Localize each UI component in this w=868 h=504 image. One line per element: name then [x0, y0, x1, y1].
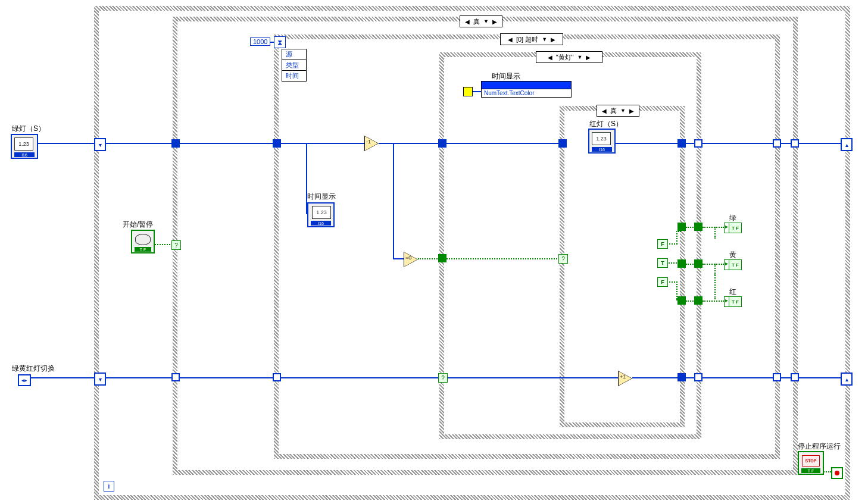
- bool-const-F1: F: [657, 239, 668, 249]
- event-data-row-source: 源: [282, 49, 306, 60]
- tunnel-event-top-l: [273, 139, 281, 148]
- event-selector[interactable]: ◀[0] 超时▼▶: [500, 33, 563, 45]
- equal-zero-text: =0: [405, 255, 411, 261]
- tunnel-outer-bot-r: [791, 373, 799, 381]
- iteration-terminal: i: [104, 481, 114, 492]
- tunnel-inner-bot-r: [677, 373, 686, 381]
- indicator-green[interactable]: T F: [724, 223, 742, 233]
- tunnel-string-bool-1: [694, 223, 702, 231]
- tunnel-string-top-r: [694, 139, 702, 148]
- tunnel-string-bool-2: [694, 259, 702, 268]
- tunnel-event-bot-l: [273, 373, 281, 381]
- label-yellow-ind: 黄: [729, 250, 736, 260]
- selector-terminal-string: ?: [438, 373, 448, 383]
- case-outer-selector-text: 真: [473, 17, 480, 26]
- tunnel-outer-top-r: [791, 139, 799, 148]
- shift-reg-bot-right: ▴: [841, 372, 853, 386]
- selector-terminal-outer: ?: [171, 240, 181, 250]
- tunnel-event-bot-r: [773, 373, 781, 381]
- case-string-selector-text: "黄灯": [556, 53, 574, 62]
- label-time-display: 时间显示: [307, 192, 336, 202]
- label-switch: 绿黄红灯切换: [12, 364, 55, 374]
- event-data-node: 源 类型 时间: [282, 49, 307, 82]
- case-inner-selector[interactable]: ◀真▼▶: [597, 105, 639, 117]
- case-outer-selector[interactable]: ◀真▼▶: [460, 15, 502, 27]
- label-stop: 停止程序运行: [798, 442, 841, 452]
- constant-1000: 1000: [250, 37, 270, 46]
- bool-const-T: T: [657, 258, 668, 268]
- indicator-yellow[interactable]: T F: [724, 259, 742, 270]
- control-switch-terminal[interactable]: ◂▸: [18, 374, 31, 386]
- label-green-ind: 绿: [729, 213, 736, 223]
- bool-const-F2: F: [657, 277, 668, 287]
- shift-reg-top-left: ▾: [94, 138, 106, 151]
- label-red-ind: 红: [729, 287, 736, 297]
- property-numtext-textcolor: NumText.TextColor: [482, 89, 571, 97]
- tunnel-inner-bool-3: [677, 296, 686, 305]
- tunnel-inner-top-r: [677, 139, 686, 148]
- decrement-text: -1: [366, 139, 371, 145]
- control-green-s[interactable]: 1.23 I16: [11, 134, 38, 159]
- event-selector-text: [0] 超时: [516, 35, 538, 44]
- label-green-s: 绿灯（S）: [12, 124, 45, 134]
- control-start-pause[interactable]: T F: [131, 230, 155, 253]
- case-string-selector[interactable]: ◀"黄灯"▼▶: [536, 51, 602, 63]
- shift-reg-bot-left: ▾: [94, 372, 106, 386]
- tunnel-inner-bool-1: [677, 223, 686, 231]
- tunnel-string-top-l: [438, 139, 447, 148]
- increment-text: +1: [620, 374, 626, 380]
- case-inner-selector-text: 真: [610, 107, 617, 115]
- loop-stop-terminal: [831, 467, 843, 479]
- event-data-row-time: 时间: [282, 71, 306, 81]
- label-red-s: 红灯（S）: [589, 119, 623, 129]
- timer-node: ⧗: [274, 36, 286, 48]
- control-stop[interactable]: STOP T F: [798, 451, 824, 475]
- property-node: NumText.TextColor: [481, 81, 572, 98]
- selector-terminal-inner: ?: [558, 254, 568, 264]
- tunnel-string-bool-in: [438, 254, 447, 262]
- control-red-s[interactable]: 1.23 I16: [588, 129, 616, 154]
- tunnel-inner-top-l: [558, 139, 567, 148]
- tunnel-string-bot-r: [694, 373, 702, 381]
- tunnel-string-bool-3: [694, 296, 702, 305]
- indicator-red[interactable]: T F: [724, 296, 742, 307]
- tunnel-outer-bot-l: [171, 373, 180, 381]
- tunnel-inner-bool-2: [677, 259, 686, 268]
- indicator-time-display[interactable]: 1.23 I16: [307, 202, 335, 227]
- tunnel-outer-top-l: [171, 139, 180, 148]
- label-time-display-prop: 时间显示: [492, 71, 520, 82]
- shift-reg-top-right: ▴: [841, 138, 853, 151]
- color-constant-yellow: [463, 87, 473, 96]
- label-start-pause: 开始/暂停: [123, 220, 153, 230]
- tunnel-event-top-r: [773, 139, 781, 148]
- event-data-row-type: 类型: [282, 60, 306, 71]
